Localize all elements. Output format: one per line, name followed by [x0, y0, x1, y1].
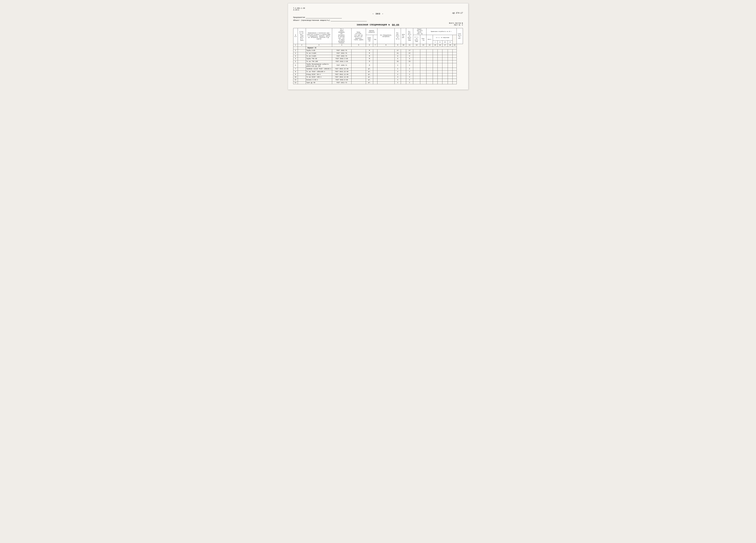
- cell-1-3: ГОСТ 3262-75: [332, 52, 351, 55]
- top-meta: Т.п.901-1-30 Л.УП/3: [293, 7, 463, 11]
- col-num-19: 19: [453, 44, 457, 47]
- variant-cell2: [298, 47, 306, 49]
- col-header-need2: Пот-реб-ностьнапуско-комп-лаже: [406, 28, 413, 44]
- cell-9-16: [442, 76, 448, 79]
- cell-11-5: шт.: [366, 81, 373, 84]
- cell-7-7: [377, 70, 394, 73]
- cell-5-3: ГОСТ 1839-72: [332, 63, 351, 68]
- cell-11-17: [448, 81, 452, 84]
- cell-7-13: [426, 70, 433, 73]
- cell-5-15: [437, 63, 442, 68]
- cell-11-12: [420, 81, 426, 84]
- cell-7-14: [433, 70, 437, 73]
- cell-3-5: М: [366, 58, 373, 60]
- variant-cell: [293, 47, 298, 49]
- table-row: 2То же О-Ш20ГОСТ 3262-75М212I: [293, 52, 463, 55]
- main-table: №п/п № поз.по тех.монт.схемеместоуста-но…: [293, 28, 463, 84]
- cell-10-15: [437, 79, 442, 81]
- cell-8-11: [413, 73, 420, 76]
- table-row: 5То же ТЧК-100ГОСТ 6942.3-69МI5I5: [293, 60, 463, 63]
- cell-5-0: 6: [293, 63, 298, 68]
- cell-8-4: [351, 73, 366, 76]
- col-header-q2: II: [437, 41, 442, 44]
- cell-9-10: 3: [406, 76, 413, 79]
- cell-11-18: [453, 81, 457, 84]
- cell-10-17: [448, 79, 452, 81]
- cell-4-12: [420, 60, 426, 63]
- col-num-13: 13: [420, 44, 426, 47]
- cell-8-0: 9: [293, 73, 298, 76]
- cell-1-2: То же О-Ш20: [306, 52, 332, 55]
- cell-7-15: [437, 70, 442, 73]
- cell-7-9: [401, 70, 406, 73]
- cell-5-12: [420, 63, 426, 68]
- cell-0-6: [373, 49, 377, 52]
- cell-2-11: [413, 55, 420, 58]
- cell-3-8: 5: [395, 58, 401, 60]
- cell-7-8: 2: [395, 70, 401, 73]
- cell-2-3: ГОСТ 3262-75: [332, 55, 351, 58]
- cell-7-12: [420, 70, 426, 73]
- cell-11-6: [373, 81, 377, 84]
- spec-number: БК-09: [392, 24, 399, 26]
- cell-2-8: 6: [395, 55, 401, 58]
- doc-id: Т.п.901-1-30: [293, 7, 463, 9]
- col-num-18: 18: [448, 44, 452, 47]
- cell-0-17: [448, 49, 452, 52]
- cell-10-10: I: [406, 79, 413, 81]
- cell-10-4: [351, 79, 366, 81]
- cell-5-4: [351, 63, 366, 68]
- enterprise-label: Предприятие: [293, 16, 305, 18]
- cell-9-7: [377, 76, 394, 79]
- cell-0-1: [298, 49, 306, 52]
- cell-1-1: [298, 52, 306, 55]
- cell-8-6: [373, 73, 377, 76]
- cell-0-9: [401, 49, 406, 52]
- cell-6-13: [426, 68, 433, 71]
- col-header-stoi: Стое-мостьтыс.руб.: [457, 28, 463, 44]
- cell-5-11: [413, 63, 420, 68]
- cell-2-5: М: [366, 55, 373, 58]
- cell-2-17: [448, 55, 452, 58]
- cell-0-5: М: [366, 49, 373, 52]
- cell-5-14: [433, 63, 437, 68]
- cell-5-1: [298, 63, 306, 68]
- cell-10-11: [413, 79, 420, 81]
- cell-7-10: 2: [406, 70, 413, 73]
- cell-0-16: [442, 49, 448, 52]
- cell-4-9: [401, 60, 406, 63]
- cell-5-10: I: [406, 63, 413, 68]
- col-header-unit-code: Код: [373, 35, 377, 44]
- col-header-price: Ценатыс.руб.: [401, 28, 406, 44]
- cell-3-1: [298, 58, 306, 60]
- col-header-name: Наименование и техническая хара-теристик…: [306, 28, 332, 44]
- col-header-expect: Ожидае-мая датапуска,план год: [413, 28, 426, 35]
- cell-3-4: [351, 58, 366, 60]
- cell-2-0: 3: [293, 55, 298, 58]
- cell-1-9: [401, 52, 406, 55]
- cell-10-9: [401, 79, 406, 81]
- col-num-3: 3: [306, 44, 332, 47]
- cell-9-11: [413, 76, 420, 79]
- cell-8-14: [433, 73, 437, 76]
- cell-4-18: [453, 60, 457, 63]
- cell-8-8: 2: [395, 73, 401, 76]
- cell-3-17: [448, 58, 452, 60]
- cell-1-12: [420, 52, 426, 55]
- object-field: Объект (производственная мощность): [293, 19, 463, 21]
- cell-5-2: Труба безнапорная асбесто-дементная Ду 1…: [306, 63, 332, 68]
- cell-11-1: [298, 81, 306, 84]
- cell-0-10: 17: [406, 49, 413, 52]
- sheet-num: Лист №: 3: [420, 24, 463, 26]
- col-header-factory: Завод-изготови-тель (для им-портного сбс…: [351, 28, 366, 44]
- cell-9-17: [448, 76, 452, 79]
- table-row: IТруба О-Ш5ГОСТ 3262-75М1717: [293, 49, 463, 52]
- cell-9-18: [453, 76, 457, 79]
- cell-8-10: 2: [406, 73, 413, 76]
- cell-6-18: [453, 68, 457, 71]
- cell-0-2: Труба О-Ш5: [306, 49, 332, 52]
- col-num-11: 11: [406, 44, 413, 47]
- cell-2-4: [351, 55, 366, 58]
- cell-2-2: То же О-Ш25: [306, 55, 332, 58]
- cell-11-16: [442, 81, 448, 84]
